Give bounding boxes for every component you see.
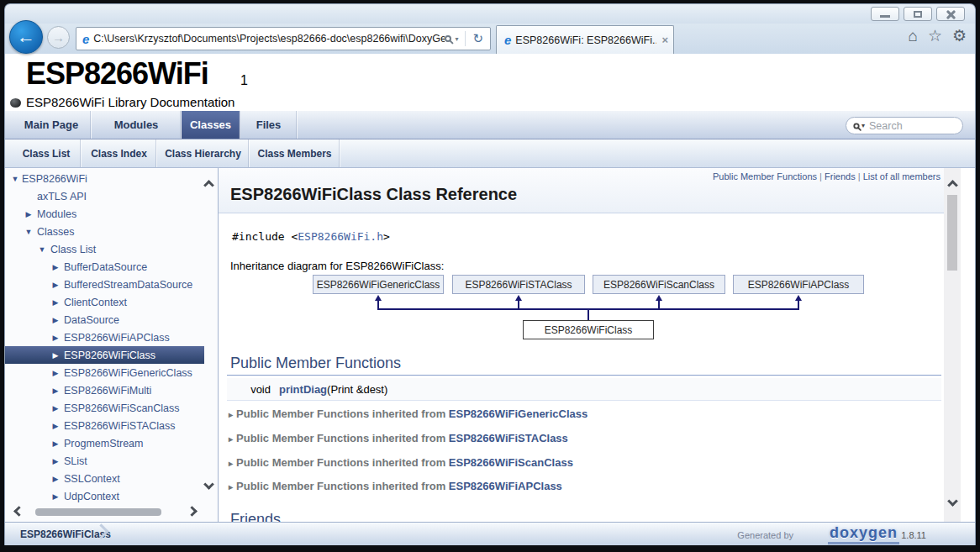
- include-file-link[interactable]: ESP8266WiFi.h: [298, 230, 383, 243]
- member-name-link[interactable]: printDiag: [279, 383, 327, 396]
- tree-item-progmemstream[interactable]: ▶ProgmemStream: [5, 434, 204, 452]
- inherit-class-link[interactable]: ESP8266WiFiGenericClass: [449, 407, 587, 420]
- inherit-class-link[interactable]: ESP8266WiFiAPClass: [449, 480, 562, 492]
- doxygen-logo[interactable]: doxygen: [828, 524, 899, 544]
- diagram-node-esp8266wifiapclass[interactable]: ESP8266WiFiAPClass: [733, 275, 864, 294]
- tree-item-class-list[interactable]: ▼Class List: [5, 240, 204, 258]
- sidebar-horizontal-scrollbar[interactable]: [5, 504, 204, 519]
- content-scroll-down[interactable]: [949, 497, 956, 505]
- tree-expander-icon[interactable]: ▶: [50, 334, 61, 342]
- tree-expander-icon[interactable]: ▶: [50, 298, 61, 307]
- tree-item-esp8266wifistaclass[interactable]: ▶ESP8266WiFiSTAClass: [5, 417, 204, 434]
- diagram-node-esp8266wifiscanclass[interactable]: ESP8266WiFiScanClass: [593, 275, 725, 294]
- tree-item-bufferdatasource[interactable]: ▶BufferDataSource: [5, 258, 204, 276]
- tab-modules[interactable]: Modules: [92, 111, 182, 139]
- tree-label[interactable]: ESP8266WiFiClass: [64, 350, 155, 361]
- tree-label[interactable]: ProgmemStream: [64, 438, 143, 449]
- tree-label[interactable]: ESP8266WiFiMulti: [64, 385, 151, 397]
- browser-tab[interactable]: e ESP8266WiFi: ESP8266WiFi... ×: [496, 25, 674, 54]
- tree-item-esp8266wifigenericclass[interactable]: ▶ESP8266WiFiGenericClass: [5, 364, 204, 381]
- close-button[interactable]: [936, 7, 965, 21]
- tab-class-members[interactable]: Class Members: [250, 139, 340, 167]
- tree-label[interactable]: ESP8266WiFiAPClass: [64, 332, 170, 344]
- link-public-member-functions[interactable]: Public Member Functions: [713, 171, 817, 181]
- tree-expander-icon[interactable]: ▶: [50, 439, 61, 448]
- doc-search-box[interactable]: ▾: [846, 117, 963, 134]
- tab-main-page[interactable]: Main Page: [12, 111, 92, 139]
- tree-label[interactable]: BufferedStreamDataSource: [64, 279, 192, 291]
- tree-item-axtls-api[interactable]: axTLS API: [5, 187, 204, 205]
- tree-item-modules[interactable]: ▶Modules: [5, 205, 204, 223]
- tree-expander-icon[interactable]: ▶: [50, 404, 61, 413]
- tree-label[interactable]: DataSource: [64, 314, 119, 326]
- minimize-button[interactable]: [871, 7, 899, 21]
- tree-expander-icon[interactable]: ▶: [50, 475, 61, 483]
- tree-expander-icon[interactable]: ▼: [24, 228, 34, 236]
- content-scroll-thumb[interactable]: [947, 195, 957, 271]
- tree-label[interactable]: Modules: [37, 208, 76, 220]
- inherit-class-link[interactable]: ESP8266WiFiScanClass: [449, 456, 573, 469]
- inherit-header-genericclass[interactable]: ▸Public Member Functions inherited from …: [229, 407, 587, 420]
- sidebar-scroll-down[interactable]: [205, 481, 213, 488]
- tree-item-esp8266wifimulti[interactable]: ▶ESP8266WiFiMulti: [5, 381, 204, 399]
- inherit-header-apclass[interactable]: ▸Public Member Functions inherited from …: [229, 480, 562, 492]
- tab-class-index[interactable]: Class Index: [82, 139, 157, 167]
- tree-label[interactable]: ClientContext: [64, 297, 127, 308]
- tree-label[interactable]: ESP8266WiFiGenericClass: [64, 367, 192, 379]
- tree-expander-icon[interactable]: ▼: [10, 175, 20, 183]
- tree-item-esp8266wifi[interactable]: ▼ESP8266WiFi: [5, 170, 204, 187]
- tree-item-slist[interactable]: ▶SList: [5, 452, 204, 470]
- tree-expander-icon[interactable]: ▶: [50, 316, 61, 324]
- tab-close-icon[interactable]: ×: [661, 34, 668, 46]
- tree-expander-icon[interactable]: ▶: [50, 281, 61, 289]
- gear-icon[interactable]: ⚙: [952, 26, 967, 45]
- sidebar-scroll-right[interactable]: [188, 507, 196, 515]
- tree-expander-icon[interactable]: ▶: [50, 457, 61, 465]
- tab-files[interactable]: Files: [240, 111, 298, 139]
- search-icon[interactable]: [445, 35, 451, 42]
- tree-label[interactable]: ESP8266WiFi: [22, 173, 87, 185]
- home-icon[interactable]: ⌂: [908, 27, 917, 45]
- tree-label[interactable]: axTLS API: [37, 191, 87, 202]
- link-friends[interactable]: Friends: [825, 171, 856, 181]
- tree-item-sslcontext[interactable]: ▶SSLContext: [5, 470, 204, 487]
- diagram-node-esp8266wifistaclass[interactable]: ESP8266WiFiSTAClass: [452, 275, 585, 294]
- tree-expander-icon[interactable]: ▶: [50, 263, 61, 271]
- sidebar-hscroll-thumb[interactable]: [35, 508, 161, 516]
- tab-classes[interactable]: Classes: [182, 111, 240, 139]
- inherit-header-staclass[interactable]: ▸Public Member Functions inherited from …: [229, 432, 568, 444]
- search-dropdown-caret-icon[interactable]: ▾: [455, 35, 458, 43]
- tab-class-list[interactable]: Class List: [12, 139, 82, 167]
- tree-expander-icon[interactable]: ▶: [24, 210, 34, 218]
- sidebar-scroll-left[interactable]: [15, 507, 23, 515]
- diagram-node-esp8266wifigenericclass[interactable]: ESP8266WiFiGenericClass: [313, 275, 444, 294]
- tree-item-bufferedstreamdatasource[interactable]: ▶BufferedStreamDataSource: [5, 276, 204, 293]
- doc-search-input[interactable]: [869, 120, 945, 132]
- address-bar[interactable]: e ▾ ↻: [76, 27, 491, 50]
- url-input[interactable]: [93, 30, 445, 47]
- tree-expander-icon[interactable]: ▼: [37, 245, 47, 254]
- tree-expander-icon[interactable]: ▶: [50, 386, 61, 395]
- back-button[interactable]: ←: [9, 20, 43, 54]
- content-scroll-up[interactable]: [949, 181, 956, 189]
- tree-expander-icon[interactable]: ▶: [50, 422, 61, 430]
- tree-label[interactable]: ESP8266WiFiSTAClass: [64, 420, 175, 432]
- tree-item-esp8266wifiapclass[interactable]: ▶ESP8266WiFiAPClass: [5, 329, 204, 346]
- content-scrollbar[interactable]: [944, 168, 961, 522]
- restore-button[interactable]: [904, 7, 932, 21]
- tree-item-clientcontext[interactable]: ▶ClientContext: [5, 293, 204, 311]
- tree-item-classes[interactable]: ▼Classes: [5, 223, 204, 240]
- inherit-header-scanclass[interactable]: ▸Public Member Functions inherited from …: [229, 456, 573, 469]
- tab-class-hierarchy[interactable]: Class Hierarchy: [157, 139, 250, 167]
- sidebar-scroll-up[interactable]: [205, 181, 213, 189]
- tree-label[interactable]: Class List: [50, 244, 96, 255]
- tree-expander-icon[interactable]: ▶: [50, 351, 61, 360]
- tree-item-esp8266wifiscanclass[interactable]: ▶ESP8266WiFiScanClass: [5, 399, 204, 417]
- tree-label[interactable]: Classes: [37, 226, 74, 238]
- tree-item-udpcontext[interactable]: ▶UdpContext: [5, 487, 204, 505]
- diagram-node-esp8266wificlass[interactable]: ESP8266WiFiClass: [523, 320, 654, 339]
- forward-button[interactable]: →: [47, 26, 70, 49]
- tree-item-datasource[interactable]: ▶DataSource: [5, 311, 204, 329]
- tree-expander-icon[interactable]: ▶: [50, 369, 61, 377]
- favorites-star-icon[interactable]: ☆: [928, 26, 942, 45]
